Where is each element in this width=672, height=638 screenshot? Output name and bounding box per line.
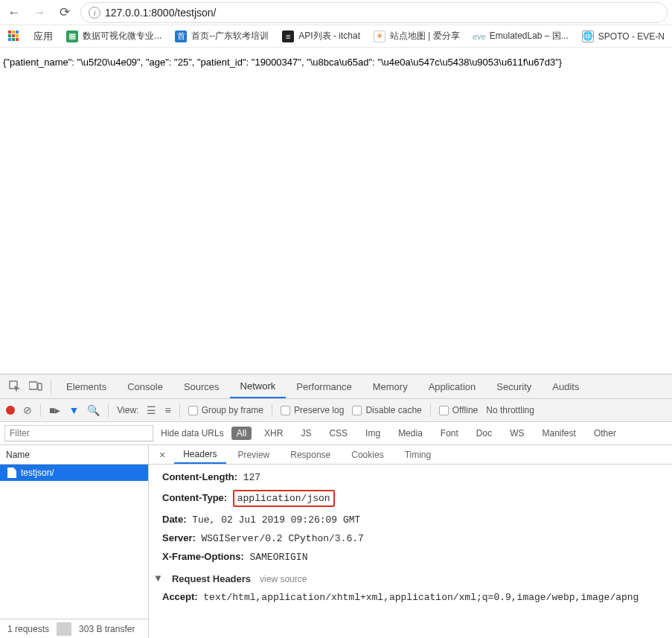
svg-rect-11 (38, 383, 42, 390)
request-list: Name testjson/ 1 requests 303 B transfer (0, 445, 149, 638)
network-toolbar: ⊘ ■▸ ▼ 🔍 View: ☰ ≡ Group by frame Preser… (0, 399, 672, 422)
tab-security[interactable]: Security (486, 374, 542, 398)
bookmarks-bar: 应用 ▦数据可视化微专业... 首首页--广东软考培训 ≡API列表 - itc… (0, 25, 672, 48)
tab-console[interactable]: Console (117, 374, 173, 398)
svg-rect-8 (16, 38, 19, 41)
filter-type-other[interactable]: Other (589, 427, 621, 440)
request-headers-section[interactable]: ▼ Request Headers view source (153, 573, 672, 584)
requests-count: 1 requests (0, 624, 57, 634)
bookmark-item[interactable]: ☀站点地图 | 爱分享 (374, 30, 460, 42)
large-rows-icon[interactable]: ☰ (147, 404, 156, 416)
subtab-response[interactable]: Response (281, 447, 339, 463)
hide-data-urls[interactable]: Hide data URLs (161, 428, 224, 438)
filter-type-xhr[interactable]: XHR (259, 427, 288, 440)
bookmark-item[interactable]: ▦数据可视化微专业... (66, 30, 161, 42)
overview-icon[interactable]: ≡ (164, 404, 170, 416)
browser-nav: ← → ⟳ i 127.0.0.1:8000/testjson/ (0, 0, 672, 25)
subtab-cookies[interactable]: Cookies (342, 447, 392, 463)
header-content-type: Content-Type: application/json (162, 490, 672, 507)
document-icon (7, 468, 16, 478)
header-accept: Accept: text/html,application/xhtml+xml,… (162, 591, 672, 603)
subtab-headers[interactable]: Headers (174, 446, 225, 464)
svg-rect-6 (8, 38, 11, 41)
network-filter-row: Hide data URLs All XHR JS CSS Img Media … (0, 422, 672, 445)
request-detail: × Headers Preview Response Cookies Timin… (149, 445, 672, 638)
svg-rect-3 (8, 34, 11, 37)
close-detail-icon[interactable]: × (153, 449, 171, 461)
url-text: 127.0.0.1:8000/testjson/ (105, 7, 216, 19)
tab-application[interactable]: Application (418, 374, 487, 398)
group-by-frame[interactable]: Group by frame (188, 405, 263, 415)
device-toggle-icon[interactable] (25, 374, 46, 398)
requests-status-bar: 1 requests 303 B transfer (0, 619, 148, 638)
request-row[interactable]: testjson/ (0, 465, 148, 481)
svg-rect-5 (16, 34, 19, 37)
view-label: View: (117, 405, 138, 415)
svg-rect-0 (8, 31, 11, 34)
site-info-icon[interactable]: i (89, 7, 100, 19)
filter-type-js[interactable]: JS (295, 427, 316, 440)
header-content-length: Content-Length: 127 (162, 471, 672, 483)
header-server: Server: WSGIServer/0.2 CPython/3.6.7 (162, 532, 672, 544)
devtools-panel: Elements Console Sources Network Perform… (0, 374, 672, 638)
tab-audits[interactable]: Audits (542, 374, 589, 398)
network-body: Name testjson/ 1 requests 303 B transfer… (0, 445, 672, 638)
triangle-down-icon: ▼ (153, 572, 163, 584)
tab-performance[interactable]: Performance (286, 374, 362, 398)
bookmark-item[interactable]: 首首页--广东软考培训 (175, 30, 269, 42)
tab-sources[interactable]: Sources (173, 374, 230, 398)
filter-type-css[interactable]: CSS (324, 427, 353, 440)
view-source-link[interactable]: view source (260, 574, 307, 584)
filter-type-doc[interactable]: Doc (471, 427, 497, 440)
reload-icon[interactable]: ⟳ (55, 4, 74, 20)
svg-rect-2 (16, 31, 19, 34)
filter-type-ws[interactable]: WS (505, 427, 529, 440)
filter-type-manifest[interactable]: Manifest (537, 427, 581, 440)
tab-network[interactable]: Network (230, 374, 287, 398)
bookmark-item[interactable]: ≡API列表 - itchat (282, 30, 360, 42)
filter-type-img[interactable]: Img (360, 427, 385, 440)
tab-elements[interactable]: Elements (56, 374, 117, 398)
header-xframe: X-Frame-Options: SAMEORIGIN (162, 551, 672, 563)
offline[interactable]: Offline (439, 405, 478, 415)
url-bar[interactable]: i 127.0.0.1:8000/testjson/ (80, 2, 668, 23)
apps-icon[interactable] (7, 30, 20, 43)
bookmark-item[interactable]: eveEmulatedLab – 国... (473, 30, 569, 42)
tab-memory[interactable]: Memory (362, 374, 418, 398)
apps-label[interactable]: 应用 (33, 30, 53, 43)
header-date: Date: Tue, 02 Jul 2019 09:26:09 GMT (162, 514, 672, 526)
filter-type-all[interactable]: All (231, 427, 252, 440)
filter-input[interactable] (4, 425, 153, 441)
transfer-size: 303 B transfer (71, 624, 142, 634)
clear-icon[interactable]: ⊘ (23, 404, 32, 416)
headers-panel: Content-Length: 127 Content-Type: applic… (149, 465, 672, 638)
preserve-log[interactable]: Preserve log (281, 405, 344, 415)
subtab-preview[interactable]: Preview (229, 447, 279, 463)
svg-rect-10 (29, 382, 37, 389)
search-icon[interactable]: 🔍 (87, 404, 100, 416)
detail-subtabs: × Headers Preview Response Cookies Timin… (149, 445, 672, 465)
filter-type-media[interactable]: Media (393, 427, 428, 440)
filter-type-font[interactable]: Font (435, 427, 464, 440)
back-icon[interactable]: ← (4, 5, 24, 20)
record-icon[interactable] (6, 406, 15, 415)
filter-icon[interactable]: ▼ (68, 404, 79, 416)
throttling-select[interactable]: No throttling (486, 405, 534, 415)
svg-rect-1 (12, 31, 15, 34)
subtab-timing[interactable]: Timing (396, 447, 441, 463)
name-header[interactable]: Name (0, 445, 148, 465)
bookmark-item[interactable]: 🌐SPOTO - EVE-N (582, 31, 665, 42)
disable-cache[interactable]: Disable cache (352, 405, 421, 415)
page-body-json: {"patient_name": "\u5f20\u4e09", "age": … (0, 48, 672, 77)
devtools-tabs: Elements Console Sources Network Perform… (0, 374, 672, 399)
camera-icon[interactable]: ■▸ (49, 404, 60, 416)
forward-icon[interactable]: → (30, 5, 49, 20)
svg-rect-7 (12, 38, 15, 41)
svg-rect-4 (12, 34, 15, 37)
inspect-element-icon[interactable] (4, 374, 25, 398)
